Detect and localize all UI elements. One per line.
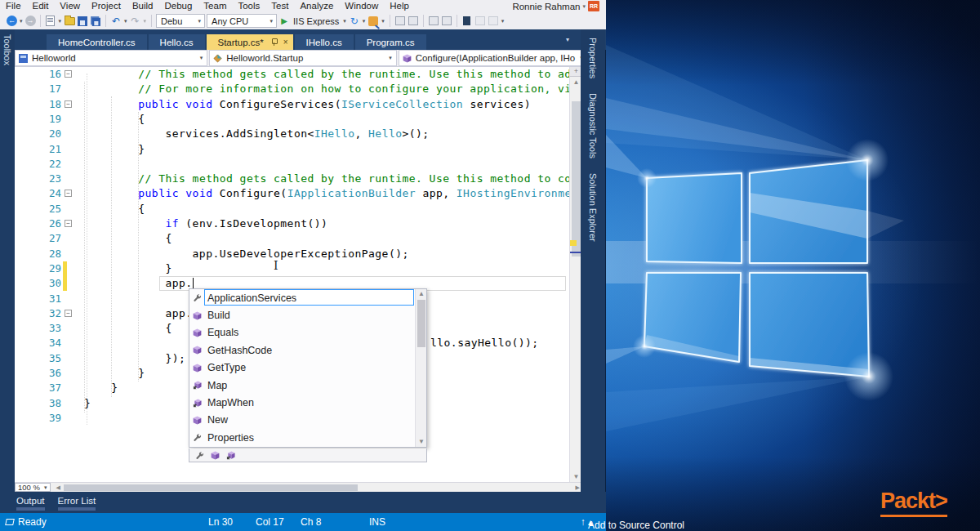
comment-lines-icon[interactable]: [395, 16, 405, 25]
code-line-37[interactable]: }: [84, 381, 118, 395]
code-line-19[interactable]: {: [84, 112, 145, 127]
user-name[interactable]: Ronnie Rahman: [512, 2, 580, 11]
project-dropdown[interactable]: Helloworld▾: [15, 50, 207, 66]
doc-tab-startup-cs-[interactable]: Startup.cs*×: [207, 34, 293, 50]
completion-item-applicationservices[interactable]: ApplicationServices: [189, 289, 426, 306]
scroll-down-icon[interactable]: ▼: [416, 437, 427, 447]
undo-dropdown-icon[interactable]: ▾: [123, 18, 128, 25]
open-file-icon[interactable]: [65, 17, 75, 25]
completion-item-equals[interactable]: Equals: [189, 324, 426, 341]
member-dropdown[interactable]: Configure(IApplicationBuilder app, IHo▾: [399, 50, 581, 66]
toolbar-overflow-icon[interactable]: ▾: [381, 18, 385, 25]
fold-collapse-icon[interactable]: −: [65, 100, 72, 108]
undo-button[interactable]: ↶: [110, 16, 122, 27]
menu-project[interactable]: Project: [86, 0, 127, 12]
code-line-28[interactable]: app.UseDeveloperExceptionPage();: [84, 247, 409, 261]
fold-collapse-icon[interactable]: −: [65, 190, 72, 197]
menu-view[interactable]: View: [54, 0, 86, 12]
completion-item-gettype[interactable]: GetType: [189, 359, 426, 377]
vertical-scroll-thumb[interactable]: [572, 101, 581, 257]
menu-build[interactable]: Build: [127, 0, 159, 12]
doc-tab-hello-cs[interactable]: Hello.cs: [149, 34, 205, 50]
completion-item-mapwhen[interactable]: MapWhen: [189, 394, 426, 411]
code-line-25[interactable]: {: [84, 202, 145, 216]
menu-tools[interactable]: Tools: [232, 0, 265, 12]
horizontal-scroll-thumb[interactable]: [64, 484, 358, 491]
panel-tab-output[interactable]: Output: [16, 496, 45, 511]
code-line-38[interactable]: }: [84, 396, 91, 411]
navigate-forward-button[interactable]: →: [25, 16, 36, 26]
doc-tab-homecontroller-cs[interactable]: HomeController.cs: [47, 34, 147, 50]
type-dropdown[interactable]: Helloworld.Startup▾: [209, 50, 396, 66]
doc-tab-program-cs[interactable]: Program.cs: [355, 34, 426, 50]
completion-item-properties[interactable]: Properties: [189, 429, 426, 446]
code-line-32[interactable]: app.: [84, 306, 193, 321]
increase-indent-icon[interactable]: [442, 16, 452, 25]
navigate-back-dropdown-icon[interactable]: ▾: [19, 18, 24, 25]
panel-tab-diagnostic-tools[interactable]: Diagnostic Tools: [588, 85, 598, 165]
solution-configuration-dropdown[interactable]: Debu▾: [156, 14, 205, 28]
code-line-20[interactable]: services.AddSingleton<IHello, Hello>();: [84, 127, 430, 141]
solution-platform-dropdown[interactable]: Any CPU▾: [207, 14, 277, 28]
save-all-icon[interactable]: [92, 17, 100, 25]
decrease-indent-icon[interactable]: [429, 16, 439, 25]
scroll-up-icon[interactable]: ▲: [416, 289, 427, 299]
user-avatar-badge[interactable]: RR: [588, 1, 599, 11]
code-line-35[interactable]: });: [84, 351, 185, 366]
editor-horizontal-scrollbar[interactable]: 100 %▾ ◀ ▶: [15, 482, 581, 492]
extension-filter-icon[interactable]: [226, 451, 235, 460]
method-filter-icon[interactable]: [211, 451, 220, 460]
code-line-33[interactable]: {: [84, 321, 172, 336]
add-to-source-control-button[interactable]: ↑ Add to Source Control ▴: [581, 516, 593, 528]
menu-window[interactable]: Window: [339, 0, 384, 12]
find-in-files-icon[interactable]: [368, 16, 378, 26]
scroll-left-icon[interactable]: ◀: [54, 484, 61, 491]
code-line-36[interactable]: }: [84, 366, 145, 381]
panel-tab-solution-explorer[interactable]: Solution Explorer: [588, 165, 598, 248]
intellisense-scroll-thumb[interactable]: [417, 300, 425, 347]
code-line-26[interactable]: if (env.IsDevelopment()): [84, 216, 327, 231]
tab-overflow-icon[interactable]: ▾: [566, 36, 569, 43]
menu-team[interactable]: Team: [198, 0, 232, 12]
refresh-icon[interactable]: ↻: [349, 16, 360, 27]
close-tab-icon[interactable]: ×: [283, 38, 288, 47]
uncomment-lines-icon[interactable]: [408, 16, 418, 25]
user-dropdown-caret-icon[interactable]: ▾: [582, 3, 586, 10]
property-filter-icon[interactable]: [195, 451, 204, 460]
menu-help[interactable]: Help: [384, 0, 415, 12]
save-icon[interactable]: [78, 16, 87, 26]
new-project-icon[interactable]: [46, 16, 55, 26]
fold-collapse-icon[interactable]: −: [65, 70, 72, 78]
fold-collapse-icon[interactable]: −: [65, 310, 72, 317]
completion-item-build[interactable]: Build: [189, 306, 426, 324]
editor-vertical-scrollbar[interactable]: + ▲ ▼: [569, 67, 581, 482]
bookmark-overflow-icon[interactable]: ▾: [501, 18, 506, 25]
pin-tab-icon[interactable]: [270, 38, 278, 46]
code-line-18[interactable]: public void ConfigureServices(IServiceCo…: [84, 97, 531, 112]
toolbox-tab[interactable]: Toolbox: [2, 29, 12, 72]
run-target-label[interactable]: IIS Express: [293, 16, 339, 26]
user-account-area[interactable]: Ronnie Rahman ▾ RR: [512, 1, 606, 11]
fold-collapse-icon[interactable]: −: [65, 220, 72, 227]
menu-edit[interactable]: Edit: [27, 0, 55, 12]
code-line-29[interactable]: }: [84, 261, 172, 276]
code-line-16[interactable]: // This method gets called by the runtim…: [84, 67, 569, 82]
menu-file[interactable]: File: [0, 0, 27, 12]
start-debugging-icon[interactable]: ▶: [278, 16, 290, 27]
code-line-30[interactable]: app.: [84, 276, 193, 291]
panel-tab-error-list[interactable]: Error List: [58, 496, 96, 511]
completion-item-new[interactable]: New: [189, 412, 426, 429]
run-target-dropdown-icon[interactable]: ▾: [342, 18, 347, 25]
redo-button[interactable]: ↷: [130, 16, 141, 27]
completion-item-map[interactable]: Map: [189, 377, 426, 394]
new-project-dropdown-icon[interactable]: ▾: [58, 18, 63, 25]
menu-test[interactable]: Test: [265, 0, 294, 12]
menu-analyze[interactable]: Analyze: [294, 0, 339, 12]
intellisense-scrollbar[interactable]: ▲ ▼: [415, 289, 426, 447]
editor-zoom-dropdown[interactable]: 100 %▾: [15, 483, 51, 492]
menu-debug[interactable]: Debug: [158, 0, 198, 12]
code-line-24[interactable]: public void Configure(IApplicationBuilde…: [84, 186, 569, 201]
redo-dropdown-icon[interactable]: ▾: [143, 18, 148, 25]
code-line-21[interactable]: }: [84, 142, 145, 157]
doc-tab-ihello-cs[interactable]: IHello.cs: [295, 34, 354, 50]
